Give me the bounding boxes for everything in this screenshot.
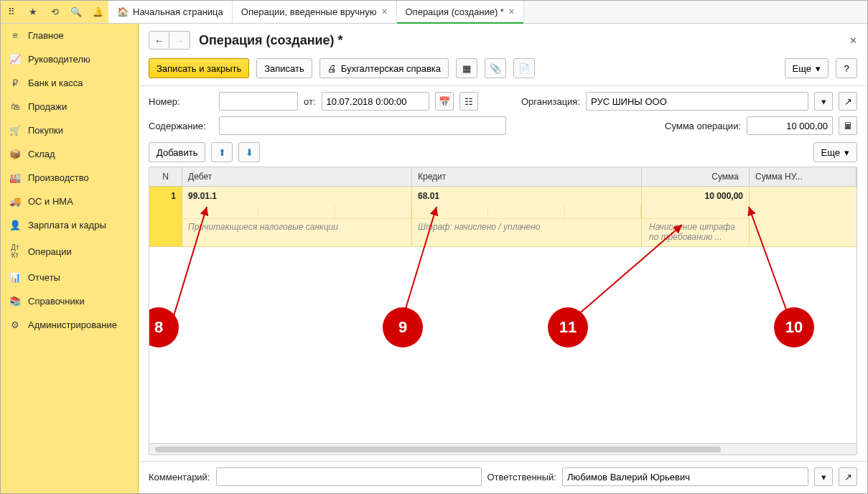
back-button[interactable]: ←	[149, 32, 169, 49]
dropdown-icon[interactable]: ▾	[814, 467, 833, 486]
icon-strip: ⠿ ★ ⟲ 🔍 🔔	[1, 1, 108, 23]
open-icon[interactable]: ↗	[839, 467, 857, 486]
number-input[interactable]	[219, 92, 298, 111]
more-button[interactable]: Еще ▾	[785, 58, 829, 78]
content-label: Содержание:	[149, 121, 213, 131]
box-icon: 📦	[9, 149, 21, 159]
annotation-11: 11	[548, 307, 588, 348]
nav-head: ← → Операция (создание) * ✕	[139, 24, 867, 54]
resp-input[interactable]	[562, 467, 808, 486]
factory-icon: 🏭	[9, 172, 21, 183]
cell-credit-desc: Штраф: начислено / уплачено	[412, 219, 641, 236]
list-icon[interactable]: ☷	[459, 92, 478, 111]
chevron-down-icon: ▾	[844, 147, 849, 158]
chart-icon: 📈	[9, 54, 21, 65]
list-button[interactable]: 📄	[513, 58, 535, 78]
sum-input[interactable]	[747, 116, 833, 135]
table-header: N Дебет Кредит Сумма Сумма НУ...	[149, 167, 857, 187]
comment-label: Комментарий:	[149, 472, 210, 483]
col-n[interactable]: N	[149, 167, 182, 186]
report-label: Бухгалтерская справка	[341, 63, 441, 74]
sidebar-item-operations[interactable]: ДтКтОперации	[1, 237, 138, 266]
sidebar-item-sales[interactable]: 🛍Продажи	[1, 95, 138, 118]
close-icon[interactable]: ✕	[508, 7, 515, 17]
more-button-2[interactable]: Еще ▾	[813, 142, 857, 162]
apps-icon[interactable]: ⠿	[1, 1, 22, 23]
dropdown-icon[interactable]: ▾	[814, 92, 833, 111]
home-icon: 🏠	[117, 6, 129, 17]
calc-icon[interactable]: 🖩	[839, 116, 857, 135]
sidebar-item-production[interactable]: 🏭Производство	[1, 166, 138, 190]
col-debit[interactable]: Дебет	[182, 167, 412, 186]
open-icon[interactable]: ↗	[839, 92, 857, 111]
tab-label: Операция (создание) *	[406, 6, 504, 17]
calendar-icon[interactable]: 📅	[435, 92, 454, 111]
sidebar: ≡Главное 📈Руководителю ₽Банк и касса 🛍Пр…	[1, 24, 139, 493]
horizontal-scrollbar[interactable]	[149, 443, 857, 455]
bag-icon: 🛍	[9, 101, 21, 112]
bell-icon[interactable]: 🔔	[87, 1, 108, 23]
gear-icon: ⚙	[9, 320, 21, 330]
report-button[interactable]: 🖨Бухгалтерская справка	[319, 58, 449, 78]
page-title: Операция (создание) *	[199, 33, 343, 48]
sidebar-item-label: Банк и касса	[28, 78, 83, 88]
history-icon[interactable]: ⟲	[44, 1, 65, 23]
save-button[interactable]: Записать	[256, 58, 312, 78]
sidebar-item-label: Главное	[28, 30, 64, 41]
close-icon[interactable]: ✕	[381, 7, 388, 17]
tabs: 🏠 Начальная страница Операции, введенные…	[108, 1, 867, 23]
help-button[interactable]: ?	[836, 58, 857, 78]
topbar: ⠿ ★ ⟲ 🔍 🔔 🏠 Начальная страница Операции,…	[1, 1, 867, 24]
sidebar-item-warehouse[interactable]: 📦Склад	[1, 142, 138, 166]
close-icon[interactable]: ✕	[849, 35, 857, 46]
forward-button: →	[169, 32, 190, 49]
sidebar-item-assets[interactable]: 🚚ОС и НМА	[1, 190, 138, 213]
sidebar-item-catalogs[interactable]: 📚Справочники	[1, 289, 138, 313]
cart-icon: 🛒	[9, 125, 21, 136]
sidebar-item-main[interactable]: ≡Главное	[1, 24, 138, 47]
org-label: Организация:	[521, 96, 580, 107]
sidebar-item-admin[interactable]: ⚙Администрирование	[1, 313, 138, 337]
sidebar-item-label: Производство	[28, 172, 89, 183]
col-credit[interactable]: Кредит	[412, 167, 642, 186]
ruble-icon: ₽	[9, 78, 21, 88]
form: Номер: от: 📅 ☷ Организация: ▾ ↗ Содержан…	[139, 86, 867, 139]
col-sum[interactable]: Сумма	[642, 167, 750, 186]
sidebar-item-label: ОС и НМА	[28, 196, 73, 207]
from-label: от:	[304, 96, 316, 107]
sidebar-item-label: Руководителю	[28, 54, 90, 65]
table-row[interactable]: 1 99.01.1 Причитающиеся налоговые санкци…	[149, 187, 857, 247]
sidebar-item-hr[interactable]: 👤Зарплата и кадры	[1, 213, 138, 237]
cell-sum: 10 000,00	[642, 187, 749, 205]
sidebar-item-label: Зарплата и кадры	[28, 220, 106, 230]
comment-input[interactable]	[216, 467, 482, 486]
sidebar-item-label: Операции	[28, 246, 72, 257]
tree-button[interactable]: ▦	[456, 58, 477, 78]
resp-label: Ответственный:	[487, 472, 556, 483]
books-icon: 📚	[9, 296, 21, 307]
move-down-button[interactable]: ⬇	[238, 142, 260, 162]
tab-home[interactable]: 🏠 Начальная страница	[108, 1, 233, 23]
annotation-10: 10	[774, 307, 814, 348]
content-input[interactable]	[219, 116, 506, 135]
sidebar-item-reports[interactable]: 📊Отчеты	[1, 266, 138, 289]
add-button[interactable]: Добавить	[149, 142, 205, 162]
star-icon[interactable]: ★	[22, 1, 44, 23]
attach-button[interactable]: 📎	[485, 58, 506, 78]
col-sum-nu[interactable]: Сумма НУ...	[750, 167, 857, 186]
move-up-button[interactable]: ⬆	[211, 142, 233, 162]
tab-operations-manual[interactable]: Операции, введенные вручную ✕	[233, 1, 397, 23]
table-area: N Дебет Кредит Сумма Сумма НУ... 1 99.01…	[149, 167, 857, 455]
search-icon[interactable]: 🔍	[65, 1, 87, 23]
sidebar-item-manager[interactable]: 📈Руководителю	[1, 47, 138, 71]
cell-credit-acc: 68.01	[412, 187, 641, 205]
person-icon: 👤	[9, 220, 21, 230]
tab-operation-create[interactable]: Операция (создание) * ✕	[397, 1, 524, 23]
sidebar-item-bank[interactable]: ₽Банк и касса	[1, 71, 138, 95]
date-input[interactable]	[322, 92, 429, 111]
sidebar-item-purchases[interactable]: 🛒Покупки	[1, 118, 138, 142]
org-input[interactable]	[586, 92, 808, 111]
cell-debit-acc: 99.01.1	[182, 187, 411, 205]
number-label: Номер:	[149, 96, 213, 107]
save-close-button[interactable]: Записать и закрыть	[149, 58, 249, 78]
